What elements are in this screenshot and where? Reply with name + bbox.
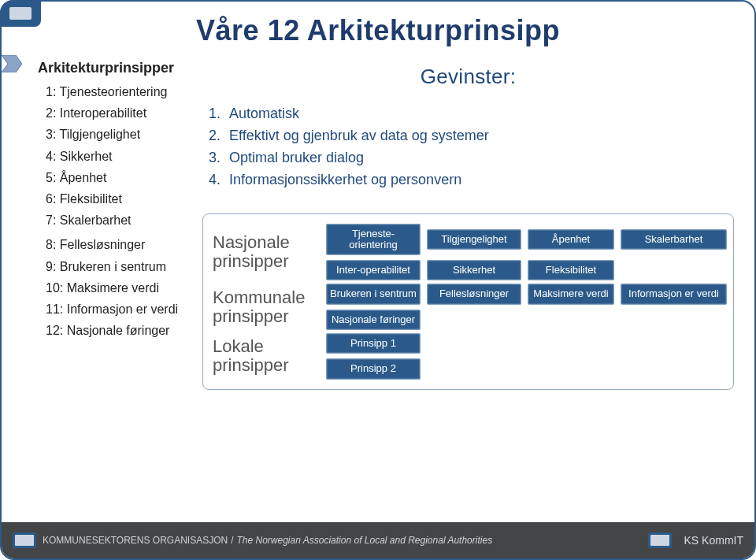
matrix-cells: Brukeren i sentrum Fellesløsninger Maksi… <box>326 284 727 330</box>
list-item: 7: Skalerbarhet <box>46 210 183 231</box>
footer-sep: / <box>231 535 233 546</box>
slide-frame: Våre 12 Arkitekturprinsipp Arkitekturpri… <box>0 0 756 560</box>
matrix-cell: Prinsipp 1 <box>326 333 421 354</box>
list-item: 4.Informasjonssikkerhet og personvern <box>209 169 726 191</box>
matrix-cell: Fleksibilitet <box>528 260 614 280</box>
gevinster-list: 1.Automatisk 2.Effektivt og gjenbruk av … <box>202 103 734 191</box>
footer-org-en: The Norwegian Association of Local and R… <box>237 535 493 546</box>
tab-decor-icon <box>2 55 22 72</box>
list-item: 6: Fleksibilitet <box>46 188 183 210</box>
list-item: 1.Automatisk <box>209 103 726 125</box>
list-item: 4: Sikkerhet <box>46 146 183 167</box>
item-text: Effektivt og gjenbruk av data og systeme… <box>229 125 726 147</box>
kommit-label: KS KommIT <box>684 534 743 547</box>
principles-matrix: Nasjonale prinsipper Tjeneste-orienterin… <box>202 213 734 390</box>
matrix-row-label: Lokale prinsipper <box>209 337 318 375</box>
matrix-cell: Sikkerhet <box>427 260 521 280</box>
matrix-cell: Inter-operabilitet <box>326 260 421 280</box>
principles-list-2: 8: Fellesløsninger 9: Brukeren i sentrum… <box>27 234 183 341</box>
right-panel: Gevinster: 1.Automatisk 2.Effektivt og g… <box>202 60 737 390</box>
list-item: 3.Optimal bruker dialog <box>209 147 726 169</box>
matrix-row-lokale: Lokale prinsipper Prinsipp 1 Prinsipp 2 <box>209 333 727 380</box>
matrix-cell: Maksimere verdi <box>528 284 614 304</box>
item-text: Automatisk <box>229 103 726 125</box>
list-item: 2.Effektivt og gjenbruk av data og syste… <box>209 125 726 147</box>
matrix-cell: Tilgjengelighet <box>427 229 521 250</box>
list-item: 2: Interoperabilitet <box>46 102 183 124</box>
matrix-cell: Prinsipp 2 <box>326 358 421 379</box>
matrix-cell: Skalerbarhet <box>621 229 727 250</box>
matrix-cell: Brukeren i sentrum <box>326 284 421 304</box>
ks-logo <box>0 0 41 27</box>
principles-heading: Arkitekturprinsipper <box>30 60 183 76</box>
footer-org: KOMMUNESEKTORENS ORGANISASJON <box>43 535 228 546</box>
ks-logo-icon <box>648 532 672 548</box>
content-row: Arkitekturprinsipper 1: Tjenesteorienter… <box>19 60 737 390</box>
item-number: 4. <box>209 169 229 191</box>
item-text: Informasjonssikkerhet og personvern <box>229 169 726 191</box>
svg-marker-0 <box>2 55 22 72</box>
matrix-cell: Fellesløsninger <box>427 284 521 304</box>
list-item: 8: Fellesløsninger <box>46 234 183 255</box>
matrix-row-nasjonale: Nasjonale prinsipper Tjeneste-orienterin… <box>209 224 727 281</box>
matrix-cells: Prinsipp 1 Prinsipp 2 <box>326 333 727 380</box>
list-item: 10: Maksimere verdi <box>46 277 183 299</box>
principles-list-panel: Arkitekturprinsipper 1: Tjenesteorienter… <box>19 60 183 390</box>
matrix-row-label: Nasjonale prinsipper <box>209 233 318 271</box>
matrix-cell: Nasjonale føringer <box>326 310 421 330</box>
item-text: Optimal bruker dialog <box>229 147 726 169</box>
principles-list: 1: Tjenesteorientering 2: Interoperabili… <box>27 81 183 231</box>
matrix-row-label: Kommunale prinsipper <box>209 288 318 326</box>
footer-brand: KS KommIT <box>648 532 743 548</box>
page-title: Våre 12 Arkitekturprinsipp <box>19 14 737 47</box>
item-number: 2. <box>209 125 229 147</box>
list-item: 1: Tjenesteorientering <box>46 81 183 102</box>
matrix-cell: Informasjon er verdi <box>621 284 727 304</box>
item-number: 3. <box>209 147 229 169</box>
list-item: 12: Nasjonale føringer <box>46 320 183 341</box>
ks-logo-icon <box>13 532 36 548</box>
matrix-cells: Tjeneste-orientering Tilgjengelighet Åpe… <box>326 224 727 281</box>
footer-bar: KOMMUNESEKTORENS ORGANISASJON / The Norw… <box>2 522 754 558</box>
list-item: 9: Brukeren i sentrum <box>46 256 183 277</box>
gevinster-title: Gevinster: <box>202 65 734 89</box>
item-number: 1. <box>209 103 229 125</box>
matrix-cell: Åpenhet <box>528 229 614 250</box>
list-item: 3: Tilgjengelighet <box>46 124 183 145</box>
matrix-row-kommunale: Kommunale prinsipper Brukeren i sentrum … <box>209 284 727 330</box>
matrix-cell: Tjeneste-orientering <box>326 224 421 256</box>
list-item: 5: Åpenhet <box>46 167 183 188</box>
list-item: 11: Informasjon er verdi <box>46 299 183 320</box>
